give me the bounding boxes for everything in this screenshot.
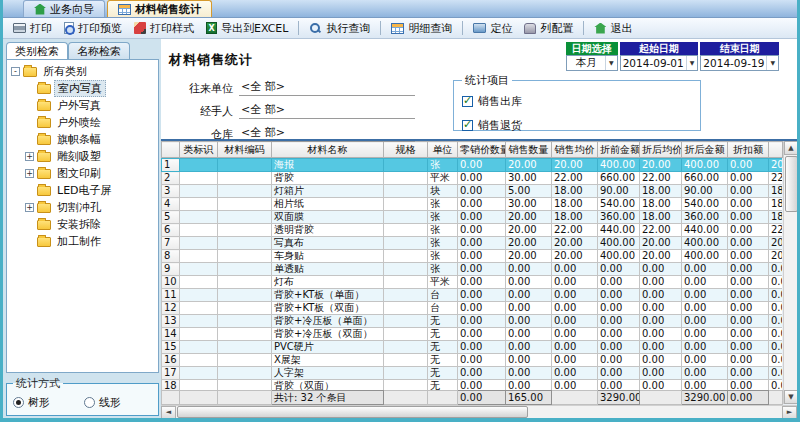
table-row[interactable]: 13背胶+冷压板（单面）无0.000.000.000.000.000.000.0… xyxy=(162,315,783,328)
column-header[interactable]: 折后均价 xyxy=(640,142,682,158)
radio-icon[interactable] xyxy=(13,397,24,408)
table-cell[interactable]: 相片纸 xyxy=(272,198,384,211)
table-cell[interactable]: 20.00 xyxy=(552,159,598,172)
table-cell[interactable]: 0.00 xyxy=(552,341,598,354)
table-cell[interactable]: 0.00 xyxy=(640,302,682,315)
table-cell[interactable]: 660.00 xyxy=(598,172,640,185)
tree-item[interactable]: LED电子屏 xyxy=(9,182,156,199)
table-cell[interactable] xyxy=(218,328,272,341)
table-cell[interactable] xyxy=(384,341,428,354)
table-cell[interactable]: 0.00 xyxy=(728,185,769,198)
table-cell[interactable]: 0.00 xyxy=(640,263,682,276)
chevron-down-icon[interactable]: ▼ xyxy=(686,56,698,70)
toolbar-button[interactable]: 明细查询 xyxy=(386,20,457,37)
sidebar-tab[interactable]: 名称检索 xyxy=(68,42,130,59)
table-cell[interactable]: 20.00 xyxy=(552,237,598,250)
table-cell[interactable]: 灯箱片 xyxy=(272,185,384,198)
table-cell[interactable]: 背胶（双面） xyxy=(272,380,384,391)
filter-value[interactable]: <全 部> xyxy=(239,102,415,119)
filter-value[interactable]: <全 部> xyxy=(239,125,415,142)
table-cell[interactable]: 0.00 xyxy=(458,367,506,380)
table-cell[interactable]: 0.00 xyxy=(728,276,769,289)
table-cell[interactable] xyxy=(384,159,428,172)
table-cell[interactable]: 440.00 xyxy=(598,224,640,237)
table-cell[interactable]: 无 xyxy=(428,341,458,354)
table-cell[interactable] xyxy=(180,172,218,185)
table-cell[interactable]: 22.00 xyxy=(552,172,598,185)
table-cell[interactable]: 0.00 xyxy=(458,354,506,367)
table-row[interactable]: 2背胶平米0.0030.0022.00660.0022.00660.000.00… xyxy=(162,172,783,185)
table-cell[interactable]: 台 xyxy=(428,289,458,302)
table-cell[interactable]: 18.00 xyxy=(552,198,598,211)
table-cell[interactable] xyxy=(384,172,428,185)
table-cell[interactable] xyxy=(180,367,218,380)
toolbar-button[interactable]: 定位 xyxy=(468,20,517,37)
filter-value[interactable]: <全 部> xyxy=(239,79,415,96)
table-cell[interactable] xyxy=(384,211,428,224)
table-cell[interactable]: 海报 xyxy=(272,159,384,172)
table-cell[interactable]: 0.00 xyxy=(458,250,506,263)
table-cell[interactable]: 400.00 xyxy=(682,250,728,263)
table-cell[interactable]: 0.00 xyxy=(552,367,598,380)
table-cell[interactable]: 0.00 xyxy=(458,328,506,341)
window-tab[interactable]: 业务向导 xyxy=(23,0,105,17)
table-cell[interactable] xyxy=(218,250,272,263)
tree-item[interactable]: 室内写真 xyxy=(9,80,156,97)
tree-item[interactable]: +切割冲孔 xyxy=(9,199,156,216)
table-cell[interactable]: 台 xyxy=(428,302,458,315)
table-cell[interactable]: 0.00 xyxy=(728,198,769,211)
tree-item[interactable]: -所有类别 xyxy=(9,63,156,80)
table-row[interactable]: 17人字架无0.000.000.000.000.000.000.000.0 xyxy=(162,367,783,380)
table-cell[interactable]: 透明背胶 xyxy=(272,224,384,237)
table-cell[interactable]: 90.00 xyxy=(682,185,728,198)
table-cell[interactable]: 平米 xyxy=(428,172,458,185)
table-cell[interactable] xyxy=(180,250,218,263)
table-cell[interactable]: 0.00 xyxy=(506,315,552,328)
table-cell[interactable] xyxy=(180,224,218,237)
table-cell[interactable]: 0.00 xyxy=(458,263,506,276)
tree-expander-icon[interactable]: + xyxy=(25,169,34,178)
table-row[interactable]: 7写真布张0.0020.0020.00400.0020.00400.000.00… xyxy=(162,237,783,250)
table-cell[interactable]: 0.00 xyxy=(458,211,506,224)
table-row[interactable]: 16X展架无0.000.000.000.000.000.000.000.0 xyxy=(162,354,783,367)
table-cell[interactable] xyxy=(218,263,272,276)
column-header[interactable]: 零销价数量 xyxy=(458,142,506,158)
table-row[interactable]: 11背胶+KT板（单面）台0.000.000.000.000.000.000.0… xyxy=(162,289,783,302)
table-cell[interactable] xyxy=(218,198,272,211)
table-cell[interactable] xyxy=(218,211,272,224)
table-cell[interactable]: 张 xyxy=(428,237,458,250)
chevron-down-icon[interactable]: ▼ xyxy=(605,56,617,70)
table-cell[interactable]: 0.00 xyxy=(552,263,598,276)
table-cell[interactable]: 0.00 xyxy=(552,328,598,341)
toolbar-button[interactable]: 退出 xyxy=(589,20,637,37)
table-cell[interactable]: 0.00 xyxy=(598,367,640,380)
table-cell[interactable]: 0.00 xyxy=(728,302,769,315)
table-cell[interactable]: 18.00 xyxy=(552,185,598,198)
checkbox-icon[interactable] xyxy=(462,120,473,131)
table-cell[interactable]: 0.00 xyxy=(506,263,552,276)
toolbar-button[interactable]: 列配置 xyxy=(519,20,578,37)
table-cell[interactable]: 360.00 xyxy=(598,211,640,224)
table-cell[interactable] xyxy=(384,185,428,198)
column-header[interactable]: 折后金额 xyxy=(682,142,728,158)
table-cell[interactable] xyxy=(180,380,218,391)
table-cell[interactable]: 0.00 xyxy=(640,289,682,302)
table-row[interactable]: 3灯箱片块0.005.0018.0090.0018.0090.000.0018. xyxy=(162,185,783,198)
table-cell[interactable]: 0.00 xyxy=(458,172,506,185)
table-cell[interactable]: 0.00 xyxy=(458,237,506,250)
table-cell[interactable] xyxy=(180,354,218,367)
table-cell[interactable]: 灯布 xyxy=(272,276,384,289)
table-cell[interactable]: 无 xyxy=(428,367,458,380)
table-cell[interactable] xyxy=(218,380,272,391)
table-cell[interactable]: 5.00 xyxy=(506,185,552,198)
table-cell[interactable]: 0.00 xyxy=(598,341,640,354)
table-cell[interactable]: 0.00 xyxy=(458,276,506,289)
table-cell[interactable]: 0.00 xyxy=(506,289,552,302)
table-cell[interactable]: 0.00 xyxy=(506,380,552,391)
table-cell[interactable]: 18.00 xyxy=(552,211,598,224)
table-cell[interactable]: 22.00 xyxy=(552,224,598,237)
table-cell[interactable]: 块 xyxy=(428,185,458,198)
table-cell[interactable]: 18.00 xyxy=(640,211,682,224)
table-cell[interactable]: 0.00 xyxy=(682,328,728,341)
table-cell[interactable] xyxy=(180,315,218,328)
